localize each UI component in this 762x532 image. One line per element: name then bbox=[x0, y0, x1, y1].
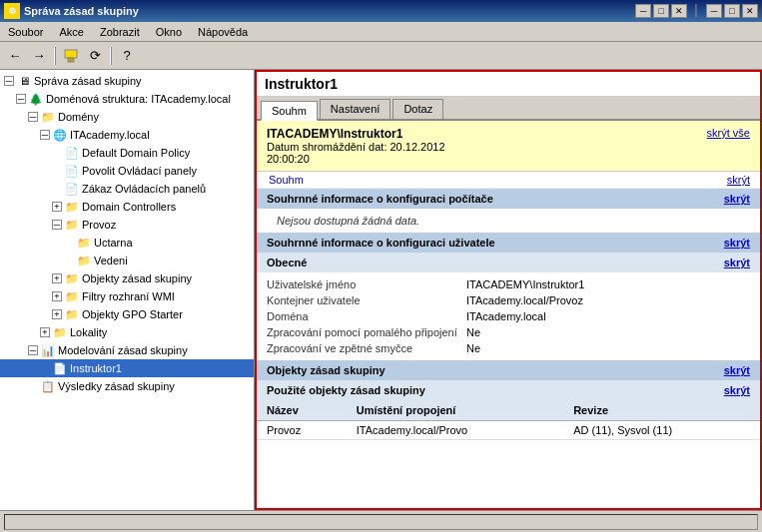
row-revision: AD (11), Sysvol (11) bbox=[563, 421, 760, 440]
tree-instruktor[interactable]: 📄 Instruktor1 bbox=[0, 359, 254, 377]
refresh-btn[interactable]: ⟳ bbox=[84, 45, 106, 67]
computer-no-data: Nejsou dostupná žádná data. bbox=[257, 209, 760, 233]
expand-starter[interactable]: + bbox=[52, 309, 62, 319]
ddp-icon: 📄 bbox=[64, 145, 80, 161]
tree-uctarna[interactable]: 📁 Uctarna bbox=[0, 234, 254, 252]
header-time: 20:00:20 bbox=[267, 153, 445, 165]
toolbar-sep-1 bbox=[54, 47, 56, 65]
status-bar bbox=[0, 510, 762, 532]
souhm-row: Souhm skrýt bbox=[257, 172, 760, 189]
tree-domains[interactable]: ─ 📁 Domény bbox=[0, 108, 254, 126]
right-pane: Instruktor1 Souhm Nastavení Dotaz ITACAD… bbox=[255, 70, 762, 510]
svg-rect-1 bbox=[68, 58, 74, 62]
header-info-left: ITACADEMY\Instruktor1 Datum shromáždění … bbox=[267, 127, 445, 165]
gpo-icon: 📁 bbox=[64, 270, 80, 286]
table-row: Provoz ITAcademy.local/Provo AD (11), Sy… bbox=[257, 421, 760, 440]
window-icon: ⚙ bbox=[4, 3, 20, 19]
header-date: Datum shromáždění dat: 20.12.2012 bbox=[267, 141, 445, 153]
localities-icon: 📁 bbox=[52, 324, 68, 340]
expand-domains[interactable]: ─ bbox=[28, 112, 38, 122]
col-location: Umístění propojení bbox=[347, 400, 563, 421]
menu-zobrazit[interactable]: Zobrazit bbox=[96, 24, 144, 40]
tree-ddp[interactable]: 📄 Default Domain Policy bbox=[0, 144, 254, 162]
right-pane-title: Instruktor1 bbox=[257, 72, 760, 97]
starter-icon: 📁 bbox=[64, 306, 80, 322]
menu-okno[interactable]: Okno bbox=[152, 24, 186, 40]
modeling-icon: 📊 bbox=[40, 342, 56, 358]
status-panel bbox=[4, 514, 758, 530]
tree-dc[interactable]: + 📁 Domain Controllers bbox=[0, 198, 254, 216]
tree-provoz[interactable]: ─ 📁 Provoz bbox=[0, 216, 254, 234]
wmi-icon: 📁 bbox=[64, 288, 80, 304]
menu-akce[interactable]: Akce bbox=[55, 24, 87, 40]
inner-close-btn[interactable]: ✕ bbox=[742, 4, 758, 18]
tree-vedeni[interactable]: 📁 Vedeni bbox=[0, 252, 254, 269]
expand-gpo[interactable]: + bbox=[52, 273, 62, 283]
user-section-header: Souhrnné informace o konfiguraci uživate… bbox=[257, 233, 760, 253]
menu-soubor[interactable]: Soubor bbox=[4, 24, 47, 40]
restore-btn[interactable]: □ bbox=[653, 4, 669, 18]
svg-rect-0 bbox=[65, 50, 77, 58]
menu-napoveda[interactable]: Nápověda bbox=[194, 24, 252, 40]
close-btn[interactable]: ✕ bbox=[671, 4, 687, 18]
tab-dotaz[interactable]: Dotaz bbox=[392, 99, 443, 119]
row-name: Provoz bbox=[257, 421, 347, 440]
provoz-icon: 📁 bbox=[64, 217, 80, 233]
gpo-hide-link[interactable]: skrýt bbox=[724, 364, 750, 376]
inner-restore-btn[interactable]: □ bbox=[724, 4, 740, 18]
tree-cpanel[interactable]: 📄 Povolit Ovládací panely bbox=[0, 162, 254, 180]
computer-hide-link[interactable]: skrýt bbox=[724, 193, 750, 205]
uctarna-icon: 📁 bbox=[76, 235, 92, 251]
user-hide-link[interactable]: skrýt bbox=[724, 237, 750, 249]
gpo-table: Název Umístění propojení Revize Provoz I… bbox=[257, 400, 760, 440]
tree-forest[interactable]: ─ 🌲 Doménová struktura: ITAcademy.local bbox=[0, 90, 254, 108]
toolbar: ← → ⟳ ? bbox=[0, 42, 762, 70]
tab-nastaveni[interactable]: Nastavení bbox=[320, 99, 391, 119]
field-slow: Zpracování pomocí pomalého připojení Ne bbox=[267, 324, 750, 340]
tree-wmi[interactable]: + 📁 Filtry rozhraní WMI bbox=[0, 287, 254, 305]
header-user: ITACADEMY\Instruktor1 bbox=[267, 127, 445, 141]
field-domain: Doména ITAcademy.local bbox=[267, 308, 750, 324]
vedeni-icon: 📁 bbox=[76, 253, 92, 268]
hide-all-link[interactable]: skrýt vše bbox=[707, 127, 750, 139]
souhm-hide[interactable]: skrýt bbox=[727, 174, 750, 186]
expand-root[interactable]: ─ bbox=[4, 76, 14, 86]
tree-cpanel2[interactable]: 📄 Zákaz Ovládacích panelů bbox=[0, 180, 254, 198]
expand-modeling[interactable]: ─ bbox=[28, 345, 38, 355]
expand-itacademy[interactable]: ─ bbox=[40, 130, 50, 140]
expand-dc[interactable]: + bbox=[52, 202, 62, 212]
tab-souhm[interactable]: Souhm bbox=[261, 101, 318, 121]
domains-icon: 📁 bbox=[40, 109, 56, 125]
tree-results[interactable]: 📋 Výsledky zásad skupiny bbox=[0, 377, 254, 395]
col-name: Název bbox=[257, 400, 347, 421]
computer-section-header: Souhrnné informace o konfiguraci počítač… bbox=[257, 189, 760, 209]
col-revision: Revize bbox=[563, 400, 760, 421]
tree-starter-gpo[interactable]: + 📁 Objekty GPO Starter bbox=[0, 305, 254, 323]
back-btn[interactable]: ← bbox=[4, 45, 26, 67]
inner-minimize-btn[interactable]: ─ bbox=[706, 4, 722, 18]
expand-localities[interactable]: + bbox=[40, 327, 50, 337]
up-btn[interactable] bbox=[60, 45, 82, 67]
results-icon: 📋 bbox=[40, 378, 56, 394]
field-loopback: Zpracování ve zpětné smyčce Ne bbox=[267, 340, 750, 356]
cpanel2-icon: 📄 bbox=[64, 181, 80, 197]
tree-localities[interactable]: + 📁 Lokality bbox=[0, 323, 254, 341]
window-title: Správa zásad skupiny bbox=[24, 5, 139, 17]
field-username: Uživatelské jméno ITACADEMY\Instruktor1 bbox=[267, 276, 750, 292]
tree-modeling[interactable]: ─ 📊 Modelování zásad skupiny bbox=[0, 341, 254, 359]
help-btn[interactable]: ? bbox=[116, 45, 138, 67]
minimize-btn[interactable]: ─ bbox=[635, 4, 651, 18]
cpanel-icon: 📄 bbox=[64, 163, 80, 179]
general-section-header: Obecné skrýt bbox=[257, 253, 760, 272]
expand-provoz[interactable]: ─ bbox=[52, 220, 62, 230]
tree-root[interactable]: ─ 🖥 Správa zásad skupiny bbox=[0, 72, 254, 90]
expand-wmi[interactable]: + bbox=[52, 291, 62, 301]
forest-icon: 🌲 bbox=[28, 91, 44, 107]
expand-forest[interactable]: ─ bbox=[16, 94, 26, 104]
tree-gpo-objects[interactable]: + 📁 Objekty zásad skupiny bbox=[0, 269, 254, 287]
general-hide-link[interactable]: skrýt bbox=[724, 257, 750, 268]
forward-btn[interactable]: → bbox=[28, 45, 50, 67]
field-container: Kontejner uživatele ITAcademy.local/Prov… bbox=[267, 292, 750, 308]
tree-itacademy[interactable]: ─ 🌐 ITAcademy.local bbox=[0, 126, 254, 144]
used-hide-link[interactable]: skrýt bbox=[724, 384, 750, 396]
